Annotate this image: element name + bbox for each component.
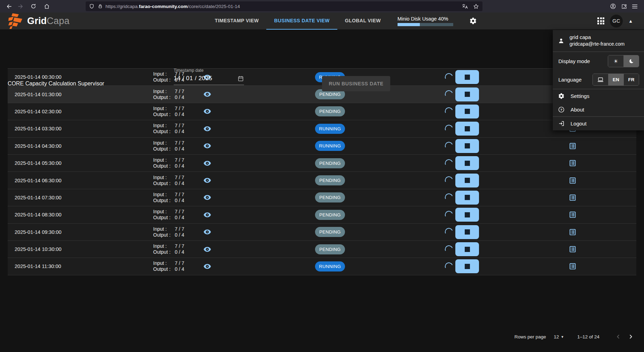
stop-button[interactable] <box>455 156 479 170</box>
details-button[interactable] <box>569 159 576 167</box>
timestamp-date-value[interactable]: 14 / 01 / 2025 <box>174 75 212 82</box>
view-files-button[interactable] <box>203 107 211 115</box>
timestamp-date-field[interactable]: Timestamp date 14 / 01 / 2025 <box>174 68 244 85</box>
stop-button[interactable] <box>455 139 479 153</box>
details-button[interactable] <box>569 228 576 236</box>
details-list-icon <box>569 194 576 201</box>
view-files-button[interactable] <box>203 125 211 133</box>
view-files-button[interactable] <box>203 211 211 219</box>
page-title: CORE Capacity Calculation Supervisor <box>8 81 104 87</box>
table-row: 2025-01-14 06:30:00 Input :7 / 7 Output … <box>8 172 636 189</box>
run-business-date-button[interactable]: RUN BUSINESS DATE <box>322 76 390 91</box>
details-button[interactable] <box>569 262 576 270</box>
loading-spinner <box>444 261 454 272</box>
status-chip: PENDING <box>315 106 345 116</box>
display-mode-row: Display mode ☀ <box>553 52 644 70</box>
details-list-icon <box>569 228 576 236</box>
light-mode-button[interactable]: ☀ <box>608 55 623 67</box>
translate-icon[interactable] <box>462 3 468 9</box>
next-page-button[interactable] <box>625 330 637 343</box>
stop-button[interactable] <box>455 242 479 256</box>
loading-spinner <box>444 175 454 186</box>
eye-icon <box>203 107 211 115</box>
view-files-button[interactable] <box>203 176 211 184</box>
previous-page-button[interactable] <box>612 330 625 343</box>
stop-icon <box>465 178 470 183</box>
tab-timestamp-view[interactable]: TIMESTAMP VIEW <box>207 13 266 30</box>
gridcapa-app: https://gridcapa.farao-community.com/cor… <box>0 0 644 352</box>
bookmark-star-icon[interactable] <box>473 3 479 9</box>
timestamp-cell: 2025-01-14 10:30:00 <box>8 246 153 252</box>
table-row: 2025-01-14 02:30:00 Input :7 / 7 Output … <box>8 103 636 120</box>
rows-per-page-value: 12 <box>554 334 559 339</box>
extensions-icon[interactable] <box>621 3 627 9</box>
avatar[interactable]: GC <box>610 15 623 28</box>
view-files-button[interactable] <box>203 245 211 253</box>
stop-button[interactable] <box>455 259 479 273</box>
stop-button[interactable] <box>455 87 479 101</box>
view-files-button[interactable] <box>203 193 211 201</box>
view-files-button[interactable] <box>203 159 211 167</box>
io-cell: Input :7 / 7 Output :0 / 4 <box>153 140 199 152</box>
view-files-button[interactable] <box>203 228 211 236</box>
forward-icon[interactable] <box>15 1 26 11</box>
details-button[interactable] <box>569 211 576 219</box>
tab-global-view[interactable]: GLOBAL VIEW <box>337 13 388 30</box>
dark-mode-button[interactable] <box>623 55 639 67</box>
stop-button[interactable] <box>455 105 479 118</box>
menu-item-logout[interactable]: Logout <box>553 117 644 130</box>
user-email: gridcapa@rte-france.com <box>570 41 625 47</box>
stop-button[interactable] <box>455 122 479 136</box>
system-language-button[interactable] <box>593 74 608 85</box>
browser-toolbar: https://gridcapa.farao-community.com/cor… <box>0 0 644 13</box>
table-row: 2025-01-14 09:30:00 Input :7 / 7 Output … <box>8 224 636 241</box>
status-chip: RUNNING <box>315 261 345 271</box>
rows-per-page-select[interactable]: 12 ▾ <box>554 334 564 339</box>
menu-item-settings[interactable]: Settings <box>553 89 644 103</box>
home-icon[interactable] <box>41 1 52 11</box>
details-list-icon <box>569 245 576 253</box>
stop-button[interactable] <box>455 70 479 84</box>
details-list-icon <box>569 177 576 184</box>
timestamp-cell: 2025-01-14 02:30:00 <box>8 109 153 114</box>
loading-spinner <box>444 106 454 117</box>
status-chip: PENDING <box>315 158 345 168</box>
details-list-icon <box>569 211 576 219</box>
io-cell: Input :7 / 7 Output :0 / 4 <box>153 175 199 186</box>
pagination-range: 1–12 of 24 <box>577 334 599 339</box>
account-icon[interactable] <box>610 3 616 9</box>
language-fr-button[interactable]: FR <box>623 74 639 85</box>
stop-button[interactable] <box>455 174 479 188</box>
address-bar[interactable]: https://gridcapa.farao-community.com/cor… <box>86 1 482 11</box>
status-chip: PENDING <box>315 175 345 185</box>
shield-icon[interactable] <box>89 3 94 9</box>
view-files-button[interactable] <box>203 262 211 270</box>
collapse-menu-icon[interactable]: ▲ <box>628 18 633 24</box>
reload-icon[interactable] <box>28 1 39 11</box>
details-button[interactable] <box>569 142 576 150</box>
eye-icon <box>203 159 211 167</box>
calendar-icon[interactable] <box>237 75 244 82</box>
apps-grid-icon[interactable] <box>597 17 604 24</box>
view-files-button[interactable] <box>203 90 211 98</box>
user-name: grid capa <box>570 34 625 41</box>
stop-button[interactable] <box>455 208 479 222</box>
stop-button[interactable] <box>455 191 479 205</box>
details-button[interactable] <box>569 177 576 184</box>
stop-button[interactable] <box>455 225 479 239</box>
details-button[interactable] <box>569 245 576 253</box>
laptop-icon <box>597 77 604 82</box>
loading-spinner <box>444 72 454 82</box>
eye-icon <box>203 211 211 219</box>
gridcapa-logo-icon <box>8 13 24 29</box>
details-button[interactable] <box>569 194 576 201</box>
menu-icon[interactable] <box>632 4 638 9</box>
stop-icon <box>465 143 470 148</box>
language-en-button[interactable]: EN <box>608 74 623 85</box>
lock-icon[interactable] <box>98 3 103 9</box>
tab-business-date-view[interactable]: BUSINESS DATE VIEW <box>266 13 337 30</box>
menu-item-about[interactable]: ? About <box>553 103 644 116</box>
back-icon[interactable] <box>3 1 15 11</box>
view-files-button[interactable] <box>203 142 211 150</box>
header-gear-icon[interactable] <box>469 17 477 25</box>
